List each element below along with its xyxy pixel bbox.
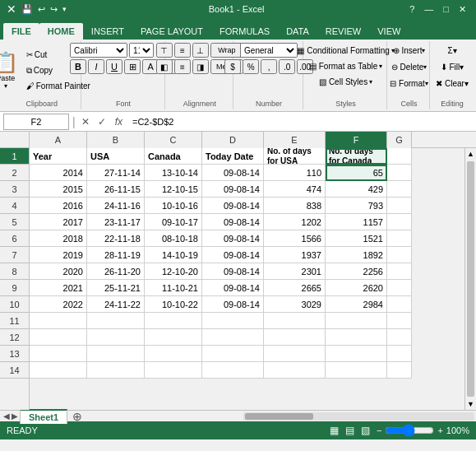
cell-c3[interactable]: 12-10-15 — [145, 181, 202, 198]
cell-c1[interactable]: Canada — [145, 148, 202, 165]
cell-c2[interactable]: 13-10-14 — [145, 165, 202, 181]
cell-e3[interactable]: 474 — [264, 181, 326, 198]
cell-e14[interactable] — [264, 362, 326, 379]
cell-d8[interactable]: 09-08-14 — [202, 263, 264, 280]
col-header-b[interactable]: B — [87, 132, 145, 148]
align-center-button[interactable]: ≡ — [174, 59, 191, 74]
cell-f13[interactable] — [326, 346, 387, 362]
col-header-g[interactable]: G — [387, 132, 412, 148]
cell-b9[interactable]: 25-11-21 — [87, 280, 145, 296]
cell-b14[interactable] — [87, 362, 145, 379]
cell-f5[interactable]: 1157 — [326, 214, 387, 230]
currency-button[interactable]: $ — [224, 59, 241, 74]
cell-b1[interactable]: USA — [87, 148, 145, 165]
cell-g7[interactable] — [387, 247, 412, 263]
cell-a5[interactable]: 2017 — [30, 214, 87, 230]
cell-f8[interactable]: 2256 — [326, 263, 387, 280]
comma-button[interactable]: , — [261, 59, 277, 74]
cell-a13[interactable] — [30, 346, 87, 362]
row-header-1[interactable]: 2 — [0, 165, 29, 181]
cell-e4[interactable]: 838 — [264, 198, 326, 214]
cell-d11[interactable] — [202, 313, 264, 329]
font-name-select[interactable]: Calibri — [70, 43, 127, 58]
row-header-13[interactable]: 13 — [0, 346, 29, 362]
row-header-7[interactable]: 7 — [0, 247, 29, 263]
cell-a7[interactable]: 2019 — [30, 247, 87, 263]
cell-c10[interactable]: 10-10-22 — [145, 296, 202, 313]
tab-review[interactable]: REVIEW — [317, 23, 369, 40]
prev-sheet-button[interactable]: ◀ — [3, 411, 10, 421]
maximize-button[interactable]: □ — [440, 4, 452, 15]
cell-g8[interactable] — [387, 263, 412, 280]
cell-c6[interactable]: 08-10-18 — [145, 230, 202, 247]
cell-b4[interactable]: 24-11-16 — [87, 198, 145, 214]
cell-e6[interactable]: 1566 — [264, 230, 326, 247]
cell-a14[interactable] — [30, 362, 87, 379]
add-sheet-button[interactable]: ⊕ — [69, 410, 85, 423]
col-header-c[interactable]: C — [145, 132, 202, 148]
row-header-14[interactable]: 14 — [0, 362, 29, 379]
increase-decimal-button[interactable]: .0 — [279, 59, 295, 74]
cell-g2[interactable] — [387, 165, 412, 181]
cell-f9[interactable]: 2620 — [326, 280, 387, 296]
cell-c9[interactable]: 11-10-21 — [145, 280, 202, 296]
cell-c4[interactable]: 10-10-16 — [145, 198, 202, 214]
tab-home[interactable]: HOME — [39, 23, 83, 40]
cell-d6[interactable]: 09-08-14 — [202, 230, 264, 247]
format-as-table-button[interactable]: ▤ Format as Table ▾ — [306, 58, 386, 73]
cell-b6[interactable]: 22-11-18 — [87, 230, 145, 247]
vertical-scrollbar[interactable]: ▲ ▼ — [464, 148, 476, 410]
tab-data[interactable]: DATA — [278, 23, 317, 40]
page-layout-view-button[interactable]: ▤ — [345, 425, 354, 436]
row-header-8[interactable]: 8 — [0, 263, 29, 280]
tab-insert[interactable]: INSERT — [83, 23, 132, 40]
cell-e10[interactable]: 3029 — [264, 296, 326, 313]
tab-view[interactable]: VIEW — [369, 23, 409, 40]
paste-dropdown-icon[interactable]: ▾ — [4, 82, 7, 90]
cell-f11[interactable] — [326, 313, 387, 329]
cell-f7[interactable]: 1892 — [326, 247, 387, 263]
cell-c7[interactable]: 14-10-19 — [145, 247, 202, 263]
cell-e8[interactable]: 2301 — [264, 263, 326, 280]
format-cells-button[interactable]: ⊟ Format ▾ — [386, 76, 431, 91]
cell-g1[interactable] — [387, 148, 412, 165]
cell-e13[interactable] — [264, 346, 326, 362]
row-header-5[interactable]: 5 — [0, 214, 29, 230]
row-header-11[interactable]: 11 — [0, 313, 29, 329]
zoom-slider[interactable] — [385, 424, 434, 437]
align-top-button[interactable]: ⊤ — [156, 43, 173, 58]
align-left-button[interactable]: ◧ — [156, 59, 173, 74]
cell-d10[interactable]: 09-08-14 — [202, 296, 264, 313]
align-bottom-button[interactable]: ⊥ — [192, 43, 209, 58]
cell-c8[interactable]: 12-10-20 — [145, 263, 202, 280]
quick-access-undo-icon[interactable]: ↩ — [38, 4, 45, 15]
paste-button[interactable]: 📋 Paste ▾ — [0, 47, 21, 95]
italic-button[interactable]: I — [88, 59, 104, 74]
name-box[interactable] — [3, 114, 69, 130]
row-header-6[interactable]: 6 — [0, 230, 29, 247]
cell-a11[interactable] — [30, 313, 87, 329]
cell-e2[interactable]: 110 — [264, 165, 326, 181]
cell-e1[interactable]: No. of days for USA — [264, 148, 326, 165]
col-header-d[interactable]: D — [202, 132, 264, 148]
cell-b10[interactable]: 24-11-22 — [87, 296, 145, 313]
cell-a3[interactable]: 2015 — [30, 181, 87, 198]
col-header-f[interactable]: F — [326, 132, 387, 148]
tab-page-layout[interactable]: PAGE LAYOUT — [132, 23, 211, 40]
confirm-formula-button[interactable]: ✓ — [95, 116, 109, 128]
cell-d13[interactable] — [202, 346, 264, 362]
cell-f12[interactable] — [326, 329, 387, 346]
cancel-formula-button[interactable]: ✕ — [79, 116, 92, 128]
delete-cells-button[interactable]: ⊖ Delete ▾ — [388, 59, 431, 74]
cell-a9[interactable]: 2021 — [30, 280, 87, 296]
quick-access-dropdown-icon[interactable]: ▾ — [62, 5, 67, 13]
cell-c5[interactable]: 09-10-17 — [145, 214, 202, 230]
next-sheet-button[interactable]: ▶ — [12, 411, 18, 421]
cell-b3[interactable]: 26-11-15 — [87, 181, 145, 198]
cell-styles-button[interactable]: ▧ Cell Styles ▾ — [316, 74, 376, 89]
row-header-12[interactable]: 12 — [0, 329, 29, 346]
scroll-down-button[interactable]: ▼ — [465, 398, 476, 410]
cell-b8[interactable]: 26-11-20 — [87, 263, 145, 280]
cell-b11[interactable] — [87, 313, 145, 329]
cell-g6[interactable] — [387, 230, 412, 247]
